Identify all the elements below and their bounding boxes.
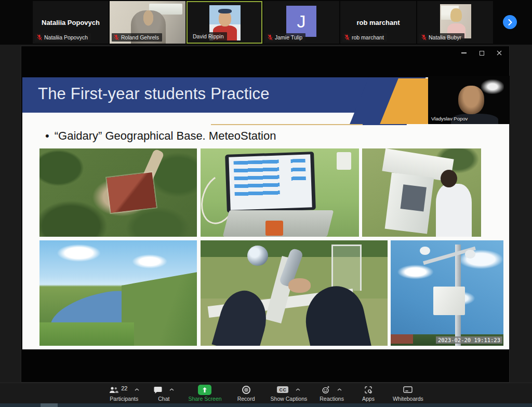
taskbar-sliver: [0, 403, 532, 407]
sunshine-recorder-sphere: [247, 246, 268, 266]
muted-mic-icon: [37, 34, 42, 40]
sunglasses: [218, 9, 232, 13]
participant-tile-david-rippin-active-speaker[interactable]: David Rippin: [187, 1, 262, 44]
record-button[interactable]: Record: [234, 385, 258, 402]
participant-label: rob marchant: [342, 33, 387, 42]
stevenson-screen-box: [385, 172, 434, 234]
chevron-up-icon[interactable]: [337, 388, 342, 391]
show-captions-button[interactable]: CC Show Captions: [271, 385, 308, 402]
participant-label-text: Roland Gehrels: [121, 34, 159, 40]
participant-label-text: David Rippin: [193, 33, 224, 39]
avatar: J: [286, 6, 316, 37]
sensor-cup-right: [465, 250, 475, 258]
chevron-up-icon[interactable]: [169, 388, 174, 391]
software-ui: [229, 154, 312, 210]
show-captions-label: Show Captions: [271, 396, 308, 402]
maximize-button[interactable]: [475, 48, 488, 58]
participant-tile-jamie-tulip[interactable]: J Jamie Tulip: [263, 1, 339, 44]
bullet-marker: •: [45, 129, 49, 143]
apps-button[interactable]: Apps: [356, 385, 380, 402]
minimize-button[interactable]: [457, 48, 471, 58]
participant-label: Roland Gehrels: [112, 33, 162, 42]
taskbar-highlight-segment: [41, 403, 58, 407]
logger-box: [433, 287, 465, 315]
participants-label: Participants: [110, 396, 138, 402]
participants-icon: [109, 386, 119, 394]
whiteboards-button[interactable]: Whiteboards: [393, 385, 423, 402]
participant-tile-nataliia-popovych[interactable]: Nataliia Popovych Nataliia Popovych: [33, 1, 109, 44]
apps-icon: [364, 386, 373, 394]
sensor-cup-left: [420, 247, 430, 255]
photo-timestamp: 2023-02-20 19:11:23: [436, 336, 502, 344]
participants-button[interactable]: 22 Participants: [109, 385, 139, 402]
chat-button[interactable]: Chat: [152, 385, 176, 402]
zoom-meeting-window: Nataliia Popovych Nataliia Popovych Rola…: [0, 0, 532, 407]
record-icon: [242, 386, 250, 394]
gold-divider-line: [211, 124, 363, 125]
wall-socket: [337, 152, 351, 170]
up-arrow-icon: [202, 387, 208, 393]
orange-logger-device: [265, 221, 283, 236]
next-participants-page-button[interactable]: [503, 15, 517, 29]
chevron-up-icon[interactable]: [135, 388, 139, 391]
close-button[interactable]: [493, 48, 506, 58]
slide-photo-aerial-base: [39, 148, 197, 237]
hair: [450, 8, 462, 22]
closed-captions-icon: CC: [277, 386, 288, 393]
student-body: [436, 184, 472, 237]
chat-icon: [154, 386, 162, 394]
screen-glow: [481, 79, 504, 94]
slide-photo-instrument-adjustment: [201, 240, 388, 346]
participant-label: Nataliia Popovych: [35, 33, 91, 42]
slide-photo-river-valley: [39, 240, 197, 346]
participant-tile-roland-gehrels[interactable]: Roland Gehrels: [110, 1, 185, 44]
record-icon-dot: [244, 388, 248, 392]
participant-label: Jamie Tulip: [265, 33, 305, 42]
participant-tile-rob-marchant[interactable]: rob marchant rob marchant: [340, 1, 416, 44]
close-icon: [497, 50, 502, 56]
blue-data-bars-right: [290, 158, 306, 181]
participant-label-text: Jamie Tulip: [275, 34, 302, 40]
minimize-icon: [461, 52, 467, 53]
share-screen-label: Share Screen: [188, 396, 221, 402]
meeting-toolbar: 22 Participants Chat Share Screen: [0, 383, 532, 403]
muted-mic-icon: [114, 34, 119, 40]
muted-mic-icon: [421, 34, 427, 40]
reactions-smiley-icon: [322, 386, 330, 394]
participant-label: Natalia Bubyr: [419, 33, 464, 42]
shared-screen-window: The First-year students Practice • “Gaid…: [21, 46, 510, 383]
foreground-grass: [39, 322, 134, 346]
chevron-up-icon[interactable]: [296, 388, 300, 391]
chevron-right-icon: [508, 19, 513, 25]
participant-label: David Rippin: [190, 32, 227, 40]
reactions-button[interactable]: Reactions: [320, 385, 344, 402]
participant-center-name: Nataliia Popovych: [33, 19, 109, 26]
window-controls: [457, 48, 506, 58]
reactions-label: Reactions: [320, 396, 344, 402]
apps-label: Apps: [362, 396, 375, 402]
presenter-face: [458, 86, 484, 115]
record-label: Record: [237, 396, 255, 402]
participant-label-text: Natalia Bubyr: [429, 34, 461, 40]
presenter-name-label: Vladyslav Popov: [431, 116, 468, 121]
slide-photo-weather-mast: 2023-02-20 19:11:23: [391, 240, 503, 346]
slide-title: The First-year students Practice: [38, 85, 270, 103]
whiteboards-label: Whiteboards: [393, 396, 423, 402]
slide-bullet: • “Gaidary” Geographical Base. MeteoStat…: [45, 129, 276, 143]
muted-mic-icon: [268, 34, 273, 40]
blue-data-bars: [234, 159, 280, 198]
maximize-icon: [480, 51, 484, 56]
share-screen-button[interactable]: Share Screen: [188, 385, 221, 402]
slide-photo-stevenson-screen: [362, 148, 481, 237]
share-screen-icon: [198, 385, 211, 395]
participant-label-text: Nataliia Popovych: [44, 34, 88, 40]
student-head: [441, 170, 457, 187]
whiteboards-icon: [403, 386, 413, 394]
laptop-screen: [225, 152, 316, 213]
slide-photo-laptop-software: [201, 148, 359, 237]
participant-label-text: rob marchant: [352, 34, 384, 40]
presentation-slide: The First-year students Practice • “Gaid…: [22, 77, 509, 349]
presenter-video-thumbnail[interactable]: Vladyslav Popov: [428, 76, 510, 124]
participant-tile-natalia-bubyr[interactable]: Natalia Bubyr: [417, 1, 493, 44]
instrument-stand: [331, 245, 362, 291]
